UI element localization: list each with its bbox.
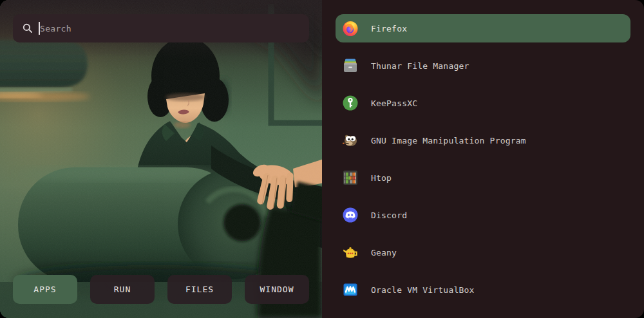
app-row[interactable]: Thunar File Manager <box>336 51 630 80</box>
app-row-label: KeePassXC <box>371 98 417 108</box>
thunar-icon <box>341 57 359 75</box>
app-row[interactable]: Discord <box>336 201 630 229</box>
text-cursor <box>39 22 40 35</box>
app-row[interactable]: GNU Image Manipulation Program <box>336 126 630 154</box>
discord-icon <box>341 206 359 224</box>
keepassxc-icon <box>341 94 359 112</box>
app-row[interactable]: KeePassXC <box>336 89 630 117</box>
app-row-label: Oracle VM VirtualBox <box>371 285 475 295</box>
search-bar[interactable] <box>13 14 309 42</box>
app-row[interactable]: Geany <box>336 238 630 267</box>
firefox-icon <box>341 19 359 37</box>
htop-icon <box>341 169 359 187</box>
left-pane: APPS RUN FILES WINDOW <box>0 0 322 318</box>
mode-button-window[interactable]: WINDOW <box>245 275 309 304</box>
mode-button-apps[interactable]: APPS <box>13 275 77 304</box>
app-row[interactable]: Oracle VM VirtualBox <box>336 276 630 304</box>
mode-button-files[interactable]: FILES <box>167 275 232 304</box>
app-row-label: Discord <box>371 210 407 220</box>
app-row[interactable]: Firefox <box>336 14 630 42</box>
app-row-label: Htop <box>371 173 392 183</box>
app-launcher-window: APPS RUN FILES WINDOW Firefox Thunar Fil… <box>0 0 644 318</box>
app-row[interactable]: Htop <box>336 164 630 192</box>
geany-icon <box>341 243 359 261</box>
wallpaper-illustration <box>0 0 322 318</box>
mode-switcher: APPS RUN FILES WINDOW <box>13 275 309 304</box>
search-input[interactable] <box>39 23 300 34</box>
app-list: Firefox Thunar File Manager KeePassXC GN… <box>322 0 644 318</box>
virtualbox-icon <box>341 281 359 299</box>
app-row-label: Geany <box>371 248 397 257</box>
app-row-label: Thunar File Manager <box>371 61 469 71</box>
app-row-label: Firefox <box>371 24 407 33</box>
app-row-label: GNU Image Manipulation Program <box>371 136 526 145</box>
search-icon <box>22 23 33 34</box>
gimp-icon <box>341 131 359 149</box>
mode-button-run[interactable]: RUN <box>90 275 155 304</box>
